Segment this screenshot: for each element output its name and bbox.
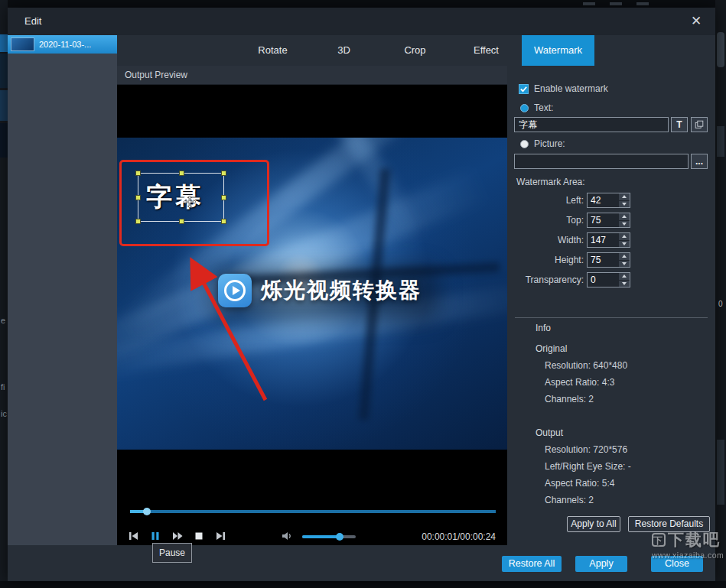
stop-icon: [193, 530, 205, 542]
fast-forward-button[interactable]: [171, 530, 185, 544]
skip-end-icon: [214, 530, 226, 542]
background-left-strip: e fi ic: [0, 0, 8, 588]
left-field-row: Left:: [507, 193, 715, 208]
transparency-input[interactable]: [588, 273, 618, 287]
restore-defaults-button[interactable]: Restore Defaults: [628, 516, 710, 532]
speaker-icon: [281, 530, 293, 542]
background-fragment: [717, 440, 724, 505]
seek-handle[interactable]: [143, 508, 151, 515]
browse-button[interactable]: ...: [691, 154, 708, 169]
background-right-strip: 0: [715, 0, 726, 588]
original-resolution: Resolution: 640*480: [545, 360, 627, 371]
apply-to-all-button[interactable]: Apply to All: [567, 516, 620, 532]
transparency-label: Transparency:: [507, 275, 584, 285]
app-logo-text: 烁光视频转换器: [261, 276, 422, 305]
spin-up-button[interactable]: [619, 193, 630, 201]
top-input[interactable]: [588, 213, 618, 227]
tab-watermark[interactable]: Watermark: [522, 35, 594, 66]
text-radio-row: Text:: [520, 102, 553, 113]
edit-dialog: Edit ✕ 2020-11-03-... Rotate 3D Crop Eff…: [8, 8, 715, 581]
spin-down-button[interactable]: [619, 201, 630, 208]
height-field-row: Height:: [507, 252, 715, 268]
tab-rotate[interactable]: Rotate: [237, 35, 308, 66]
app-logo: 烁光视频转换器: [218, 274, 422, 307]
width-spinner: [587, 232, 630, 248]
volume-handle[interactable]: [336, 533, 343, 541]
tab-3d[interactable]: 3D: [308, 35, 379, 66]
video-preview-area: 烁光视频转换器 字幕: [117, 85, 507, 545]
play-logo-icon: [218, 274, 252, 307]
spin-down-button[interactable]: [619, 281, 630, 288]
background-text-fragment: 0: [718, 300, 723, 308]
enable-watermark-row: Enable watermark: [519, 83, 608, 94]
picture-radio-label: Picture:: [534, 138, 565, 149]
enable-watermark-checkbox[interactable]: [519, 84, 529, 94]
watermark-area-label: Watermark Area:: [516, 177, 585, 187]
spin-up-button[interactable]: [619, 253, 630, 261]
watermark-settings-panel: Enable watermark Text: T Picture: ... Wa…: [507, 66, 715, 545]
spin-down-button[interactable]: [619, 221, 630, 228]
pause-button[interactable]: [149, 530, 163, 544]
original-label: Original: [536, 343, 567, 354]
sidebar-item-video-file[interactable]: 2020-11-03-...: [8, 35, 117, 54]
tab-crop[interactable]: Crop: [379, 35, 451, 66]
close-button[interactable]: Close: [651, 556, 703, 572]
text-radio[interactable]: [520, 104, 529, 112]
preview-header: Output Preview: [117, 66, 507, 85]
top-spinner: [587, 213, 630, 228]
spin-down-button[interactable]: [619, 261, 630, 268]
tab-effect[interactable]: Effect: [451, 35, 522, 66]
enable-watermark-label: Enable watermark: [534, 83, 608, 94]
watermark-picture-input[interactable]: [514, 154, 689, 169]
watermark-text-input[interactable]: [514, 117, 669, 132]
spin-up-button[interactable]: [619, 233, 630, 241]
pause-tooltip: Pause: [152, 543, 192, 563]
apply-button[interactable]: Apply: [575, 556, 627, 572]
background-thumbnail-fragment: [0, 54, 8, 88]
copy-style-button[interactable]: [691, 117, 708, 132]
background-window-control: [610, 2, 622, 5]
next-button[interactable]: [214, 530, 228, 544]
original-aspect-ratio: Aspect Ratio: 4:3: [545, 377, 614, 388]
height-input[interactable]: [588, 253, 618, 267]
skip-start-icon: [128, 530, 140, 542]
transparency-spinner: [587, 272, 630, 288]
background-text-fragment: fi: [1, 382, 5, 391]
background-window-control: [636, 2, 649, 5]
background-top-strip: [0, 0, 726, 8]
previous-button[interactable]: [128, 530, 142, 544]
seek-bar[interactable]: [130, 510, 496, 513]
text-style-button[interactable]: T: [671, 117, 688, 132]
background-thumbnail-fragment: [0, 90, 8, 121]
background-thumbnail-fragment: [0, 34, 8, 52]
spin-up-button[interactable]: [619, 273, 630, 281]
dialog-title: Edit: [24, 15, 41, 27]
spin-down-button[interactable]: [619, 241, 630, 248]
spin-up-button[interactable]: [619, 213, 630, 221]
width-field-row: Width:: [507, 232, 715, 248]
picture-radio[interactable]: [520, 140, 529, 148]
volume-slider[interactable]: [302, 535, 356, 538]
close-icon[interactable]: ✕: [687, 12, 705, 31]
output-eye-size: Left/Right Eye Size: -: [545, 461, 631, 472]
stop-button[interactable]: [193, 530, 207, 544]
restore-all-button[interactable]: Restore All: [502, 556, 562, 572]
volume-fill: [302, 535, 339, 538]
playback-time: 00:00:01/00:00:24: [422, 531, 496, 542]
width-input[interactable]: [588, 233, 618, 247]
volume-button[interactable]: [281, 530, 295, 544]
background-window-control: [583, 2, 595, 5]
info-title: Info: [536, 323, 551, 333]
video-thumbnail: [11, 37, 34, 51]
dialog-footer: Restore All Apply Close: [8, 545, 715, 581]
background-bottom-strip: [0, 581, 726, 588]
background-scrollbar-fragment: [717, 32, 724, 67]
check-icon: [519, 85, 528, 93]
width-label: Width:: [507, 235, 584, 245]
top-field-row: Top:: [507, 213, 715, 228]
output-channels: Channels: 2: [545, 495, 594, 505]
info-divider: [515, 317, 708, 318]
left-input[interactable]: [588, 193, 618, 207]
background-text-fragment: e: [1, 316, 5, 325]
video-filename: 2020-11-03-...: [39, 40, 91, 49]
